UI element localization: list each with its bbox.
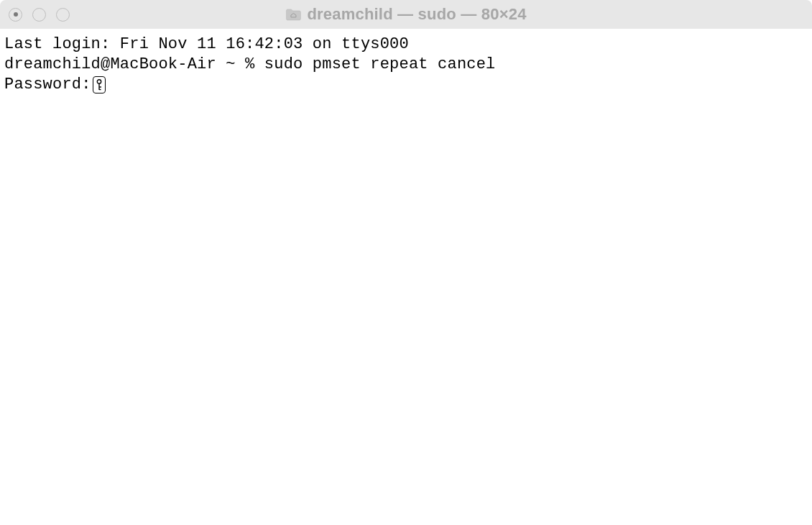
svg-point-0 bbox=[97, 80, 101, 83]
terminal-password-line: Password: bbox=[4, 75, 808, 95]
window-title: dreamchild — sudo — 80×24 bbox=[307, 5, 526, 24]
password-label: Password: bbox=[4, 75, 91, 95]
terminal-area[interactable]: Last login: Fri Nov 11 16:42:03 on ttys0… bbox=[0, 29, 812, 525]
terminal-prompt-line: dreamchild@MacBook-Air ~ % sudo pmset re… bbox=[4, 55, 808, 75]
minimize-button[interactable] bbox=[32, 8, 46, 22]
close-button[interactable] bbox=[9, 8, 22, 22]
window-titlebar: dreamchild — sudo — 80×24 bbox=[0, 0, 812, 29]
window-controls bbox=[9, 8, 70, 22]
home-folder-icon bbox=[285, 8, 301, 21]
terminal-last-login: Last login: Fri Nov 11 16:42:03 on ttys0… bbox=[4, 35, 808, 55]
key-icon bbox=[93, 76, 106, 93]
window-title-group: dreamchild — sudo — 80×24 bbox=[285, 5, 526, 24]
zoom-button[interactable] bbox=[56, 8, 70, 22]
